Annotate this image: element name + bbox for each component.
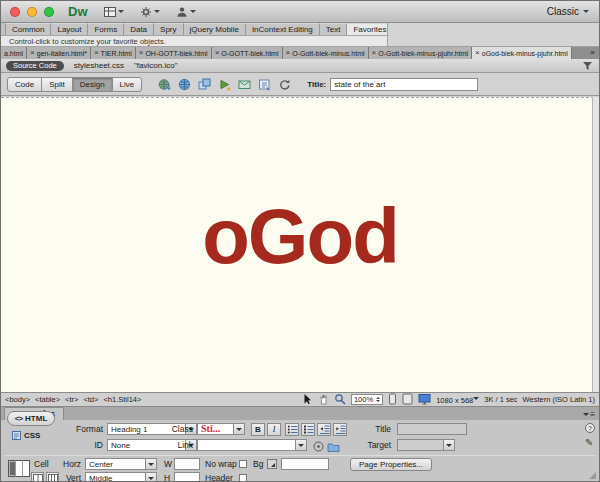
extend-menu-button[interactable] — [140, 6, 160, 18]
insert-tab-common[interactable]: Common — [5, 23, 51, 35]
insert-tab-incontext-editing[interactable]: InContext Editing — [246, 23, 320, 35]
grid-icon — [104, 7, 116, 17]
tag-td[interactable]: <td> — [83, 395, 98, 404]
vert-select[interactable]: Middle — [85, 472, 157, 482]
close-window-button[interactable] — [10, 7, 20, 17]
horz-select[interactable]: Center — [85, 458, 157, 470]
document-tab[interactable]: × O-GOTT-biek.html — [212, 47, 283, 59]
document-tab[interactable]: × O-Gott-biek-minus-pjuhr.html — [369, 47, 473, 59]
mobile-size-button[interactable] — [388, 393, 397, 407]
format-label: Format — [59, 423, 103, 435]
preview-in-browser-button[interactable] — [178, 78, 191, 91]
tag-body[interactable]: <body> — [5, 395, 30, 404]
close-icon[interactable]: × — [286, 49, 291, 57]
insert-tab-spry[interactable]: Spry — [154, 23, 183, 35]
insert-tab-forms[interactable]: Forms — [88, 23, 124, 35]
live-view-button[interactable]: Live — [112, 77, 143, 92]
filter-related-files-button[interactable] — [582, 61, 593, 71]
document-tab-bar: a.html × gen-italien.html* × TIER.html ×… — [1, 47, 599, 59]
unordered-list-button[interactable] — [285, 423, 299, 436]
minimize-window-button[interactable] — [27, 7, 37, 17]
ordered-list-button[interactable] — [301, 423, 315, 436]
insert-tab-text[interactable]: Text — [320, 23, 348, 35]
horz-value: Center — [86, 460, 145, 469]
help-button[interactable]: ? — [585, 423, 595, 433]
merge-cells-button[interactable] — [31, 472, 44, 482]
document-tab[interactable]: × TIER.html — [91, 47, 136, 59]
no-wrap-checkbox[interactable] — [239, 460, 247, 468]
related-file-stylesheet[interactable]: stylesheet.css — [74, 61, 124, 70]
w-label: W — [164, 458, 172, 470]
document-tab[interactable]: × O-Gott-biek-minus.html — [283, 47, 369, 59]
workspace-switcher[interactable]: Classic — [547, 6, 589, 17]
css-mode-button[interactable]: CSS — [12, 431, 40, 440]
tag-h1[interactable]: <h1.Stil14> — [103, 395, 141, 404]
insert-tab-data[interactable]: Data — [124, 23, 154, 35]
page-properties-button[interactable]: Page Properties... — [350, 458, 432, 471]
bg-input[interactable] — [281, 458, 329, 470]
tab-overflow-button[interactable]: » — [586, 47, 599, 59]
quick-tag-editor-button[interactable]: ✎ — [585, 437, 593, 448]
document-tab[interactable]: × OH-GOTT-biek.html — [136, 47, 212, 59]
html-mode-button[interactable]: <> HTML — [7, 411, 55, 426]
related-file-favicon[interactable]: "favicon.ico" — [134, 61, 177, 70]
dreamweaver-window: Dw Classic Common Layout Forms Data Spry… — [0, 0, 600, 482]
zoom-tool-button[interactable] — [334, 393, 346, 407]
inspect-button[interactable] — [258, 78, 271, 91]
tablet-size-button[interactable] — [402, 393, 413, 407]
class-select[interactable]: Sti... — [197, 423, 245, 435]
close-icon[interactable]: × — [139, 49, 144, 57]
dock-empty-area — [387, 23, 599, 47]
source-code-button[interactable]: Source Code — [6, 61, 64, 71]
check-browser-compatibility-button[interactable] — [198, 78, 211, 91]
validate-markup-button[interactable] — [218, 78, 231, 91]
header-checkbox[interactable] — [239, 474, 247, 482]
page-heading-text[interactable]: oGod — [202, 191, 398, 282]
tag-selector: <body> <table> <tr> <td> <h1.Stil14> — [5, 395, 141, 404]
document-tab[interactable]: × gen-italien.html* — [27, 47, 91, 59]
file-management-button[interactable] — [158, 78, 171, 91]
close-icon[interactable]: × — [372, 49, 377, 57]
document-title-input[interactable] — [330, 78, 478, 91]
document-tab[interactable]: a.html — [1, 47, 27, 59]
close-icon[interactable]: × — [215, 49, 220, 57]
window-size-select[interactable]: 1080 x 568 — [436, 394, 479, 405]
panel-resize-grip[interactable] — [589, 472, 596, 479]
outdent-button[interactable] — [317, 423, 331, 436]
canvas-scrollbar[interactable] — [592, 97, 599, 392]
visual-aids-button[interactable] — [238, 78, 251, 91]
document-tab-active[interactable]: × oGod-biek-minus-pjuhr.html — [472, 47, 572, 59]
refresh-button[interactable] — [278, 78, 291, 91]
layout-switcher-button[interactable] — [104, 7, 124, 17]
indent-button[interactable] — [333, 423, 347, 436]
document-tab-label: O-GOTT-biek.html — [221, 50, 278, 57]
bg-color-swatch[interactable] — [267, 459, 277, 469]
status-bar: <body> <table> <tr> <td> <h1.Stil14> 100… — [1, 392, 599, 406]
tag-table[interactable]: <table> — [35, 395, 60, 404]
bold-button[interactable]: B — [251, 423, 265, 436]
close-icon[interactable]: × — [30, 49, 35, 57]
zoom-window-button[interactable] — [44, 7, 54, 17]
panel-menu-button[interactable]: ≡ — [583, 410, 595, 419]
close-icon[interactable]: × — [475, 49, 480, 57]
workspace-label: Classic — [547, 6, 579, 17]
design-view-canvas[interactable]: oGod — [1, 97, 599, 392]
tag-tr[interactable]: <tr> — [65, 395, 78, 404]
code-view-button[interactable]: Code — [7, 77, 42, 92]
close-icon[interactable]: × — [94, 49, 99, 57]
design-view-button[interactable]: Design — [72, 77, 113, 92]
desktop-size-button[interactable] — [418, 393, 431, 407]
cs-live-button[interactable] — [176, 6, 196, 18]
insert-tab-layout[interactable]: Layout — [51, 23, 88, 35]
italic-button[interactable]: I — [267, 423, 281, 436]
h-input[interactable] — [174, 472, 200, 482]
insert-tab-jquery-mobile[interactable]: jQuery Mobile — [184, 23, 246, 35]
w-input[interactable] — [174, 458, 200, 470]
split-view-button[interactable]: Split — [41, 77, 73, 92]
hand-tool-button[interactable] — [318, 393, 329, 407]
gear-icon — [140, 6, 152, 18]
ordered-list-icon — [303, 424, 314, 435]
select-tool-button[interactable] — [302, 393, 313, 407]
link-combo[interactable] — [197, 439, 307, 451]
magnification-select[interactable]: 100% — [351, 394, 383, 405]
